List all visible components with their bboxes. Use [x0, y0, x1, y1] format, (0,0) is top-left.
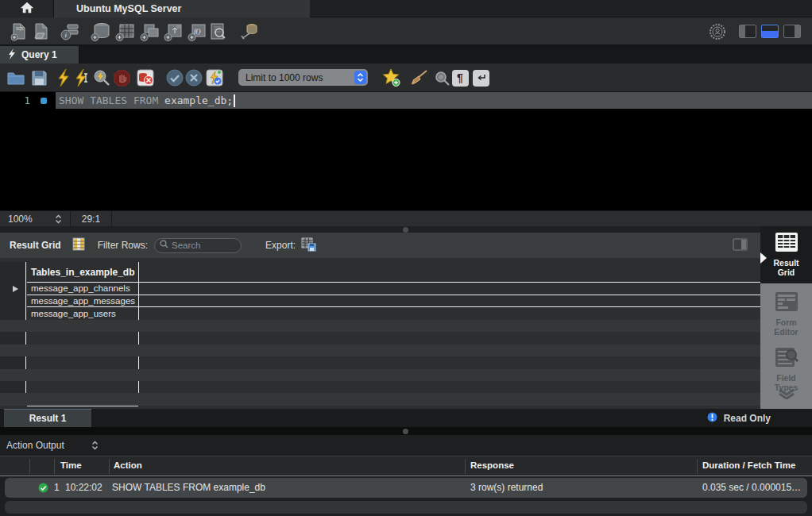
sql-statement[interactable]: SHOW TABLES FROM example_db; [56, 92, 812, 109]
dropdown-stepper-icon [354, 71, 366, 84]
query-tab-bar: Query 1 [0, 46, 812, 64]
grid-header-row[interactable]: Tables_in_example_db [27, 262, 760, 283]
toggle-stop-on-error-icon[interactable] [136, 68, 155, 87]
filter-rows-label: Filter Rows: [98, 240, 148, 251]
column-header-duration[interactable]: Duration / Fetch Time [702, 460, 795, 470]
grid-columns-icon[interactable] [72, 237, 85, 253]
cell-value[interactable]: message_app_messages [31, 296, 135, 306]
sql-keywords: SHOW TABLES FROM [59, 94, 164, 106]
export-label: Export: [265, 240, 296, 251]
splitter-grip[interactable] [403, 429, 408, 434]
explain-plan-icon[interactable] [92, 68, 111, 87]
table-row[interactable]: message_app_messages [27, 295, 760, 308]
stop-query-icon[interactable] [112, 68, 131, 87]
home-icon [20, 2, 34, 17]
field-types-icon [775, 347, 798, 371]
zoom-stepper-icon[interactable] [55, 214, 62, 224]
editor-line-1[interactable]: 1 SHOW TABLES FROM example_db; [0, 92, 812, 109]
toggle-left-panel-icon[interactable] [739, 25, 756, 38]
schema-inspector-icon[interactable] [208, 21, 229, 42]
result-grid-toolbar: Result Grid Filter Rows: Export: [0, 233, 760, 258]
export-recordset-icon[interactable] [301, 237, 316, 254]
execute-query-icon[interactable] [54, 68, 73, 87]
sidebar-item-form-editor[interactable]: Form Editor [760, 291, 812, 337]
svg-text:f(): f() [194, 27, 201, 35]
new-function-icon[interactable]: f() [188, 21, 208, 42]
form-editor-icon [775, 291, 798, 315]
rollback-icon[interactable] [184, 68, 203, 87]
server-status-icon[interactable]: i [60, 21, 80, 42]
text-caret [234, 94, 235, 107]
row-time: 10:22:02 [65, 482, 102, 493]
sidebar-item-result-grid[interactable]: Result Grid [760, 232, 812, 277]
cell-value[interactable]: message_app_channels [31, 283, 130, 293]
beautify-query-icon[interactable] [410, 68, 429, 87]
execute-current-statement-icon[interactable] [73, 68, 92, 87]
new-schema-icon[interactable] [91, 21, 111, 42]
search-input[interactable] [172, 241, 234, 250]
filter-search-box[interactable] [154, 238, 242, 253]
new-table-icon[interactable] [115, 21, 136, 42]
toggle-right-panel-icon[interactable] [783, 25, 801, 38]
cell-value[interactable]: message_app_users [31, 309, 116, 318]
action-output-title: Action Output [6, 440, 64, 451]
new-sql-script-icon[interactable]: SQL [9, 21, 29, 42]
action-output-row[interactable]: 1 10:22:02 SHOW TABLES FROM example_db 3… [5, 478, 807, 498]
result-output-splitter[interactable] [0, 427, 812, 435]
column-header-action[interactable]: Action [114, 460, 142, 470]
new-snippet-icon[interactable] [382, 68, 401, 87]
sidebar-overflow-chevron-icon[interactable] [760, 388, 812, 399]
security-badge-icon [707, 21, 728, 42]
table-row[interactable]: message_app_channels [27, 283, 760, 295]
query-toolbar: Limit to 1000 rows ¶ [0, 64, 812, 92]
search-icon [160, 240, 168, 251]
table-row[interactable]: message_app_users [27, 307, 760, 320]
statement-marker-icon [41, 98, 47, 104]
collapse-sidebar-icon[interactable] [733, 238, 748, 253]
editor-result-splitter[interactable] [0, 226, 812, 233]
result-grid[interactable]: Tables_in_example_db message_app_channel… [0, 258, 760, 409]
splitter-grip[interactable] [403, 227, 408, 233]
sql-identifier: example_db; [164, 94, 233, 106]
save-file-icon[interactable] [29, 68, 48, 87]
new-procedure-icon[interactable] [164, 21, 184, 42]
action-output-empty-row [5, 501, 807, 514]
empty-grid-rows [0, 320, 760, 406]
read-only-label: Read Only [724, 413, 771, 424]
toggle-bottom-panel-icon[interactable] [761, 25, 779, 38]
grid-column-header[interactable]: Tables_in_example_db [27, 267, 135, 278]
column-header-response[interactable]: Response [470, 460, 514, 470]
find-icon[interactable] [432, 68, 451, 87]
sidebar-item-field-types[interactable]: Field Types [760, 347, 812, 392]
row-duration: 0.035 sec / 0.000015… [702, 482, 801, 493]
connection-tab[interactable]: Ubuntu MySQL Server [54, 0, 310, 17]
success-check-icon [38, 483, 48, 495]
open-file-icon[interactable] [6, 68, 25, 87]
result-tab-label: Result 1 [29, 413, 67, 424]
caret-position: 29:1 [82, 214, 100, 225]
read-only-indicator: Read Only [707, 412, 771, 425]
action-output-panel: Action Output Time Action Response Durat… [0, 435, 812, 516]
result-grid-icon [775, 232, 798, 256]
result-tab-bar: Result 1 Read Only [0, 409, 812, 427]
show-invisibles-icon[interactable]: ¶ [450, 68, 470, 87]
column-header-time[interactable]: Time [60, 460, 82, 470]
limit-rows-dropdown[interactable]: Limit to 1000 rows [238, 69, 368, 86]
info-icon [707, 412, 717, 425]
row-index: 1 [54, 482, 60, 493]
new-view-icon[interactable] [140, 21, 160, 42]
commit-icon[interactable] [165, 68, 184, 87]
wrap-text-icon[interactable] [471, 68, 490, 87]
output-selector-stepper-icon[interactable] [91, 441, 99, 450]
result-grid-title: Result Grid [10, 240, 61, 251]
limit-rows-value: Limit to 1000 rows [246, 72, 323, 83]
open-sql-script-icon[interactable] [31, 21, 52, 42]
toggle-autocommit-icon[interactable] [205, 68, 224, 87]
row-response: 3 row(s) returned [470, 482, 543, 493]
tab-query-1[interactable]: Query 1 [0, 46, 79, 64]
action-output-header: Action Output [0, 435, 812, 456]
home-tab[interactable] [0, 0, 54, 17]
tab-result-1[interactable]: Result 1 [4, 409, 91, 427]
data-transfer-icon[interactable] [239, 21, 260, 42]
sql-editor[interactable]: 1 SHOW TABLES FROM example_db; [0, 92, 812, 210]
